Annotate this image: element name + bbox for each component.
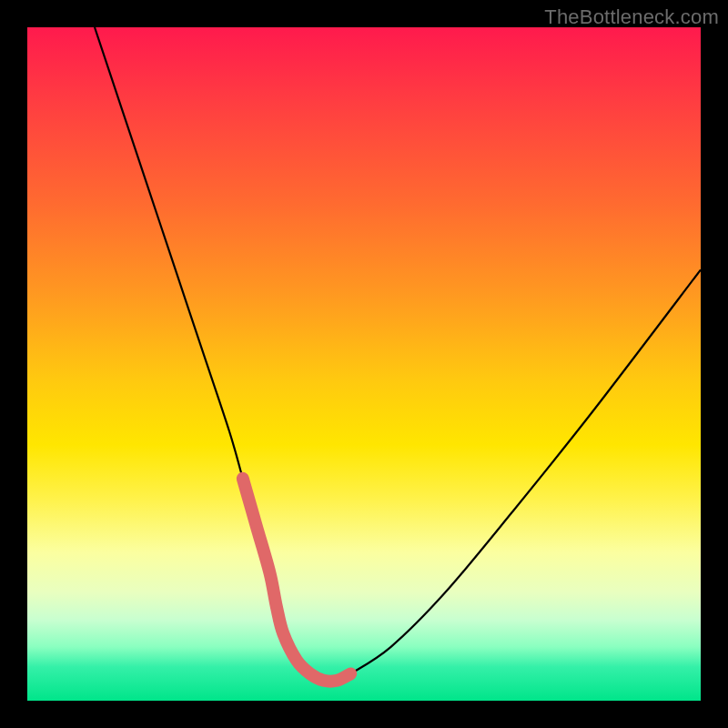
- bottleneck-curve: [95, 27, 701, 682]
- watermark-text: TheBottleneck.com: [544, 5, 719, 29]
- chart-frame: TheBottleneck.com: [0, 0, 728, 728]
- curve-layer: [27, 27, 701, 701]
- bottleneck-highlight: [243, 479, 350, 682]
- plot-area: [27, 27, 701, 701]
